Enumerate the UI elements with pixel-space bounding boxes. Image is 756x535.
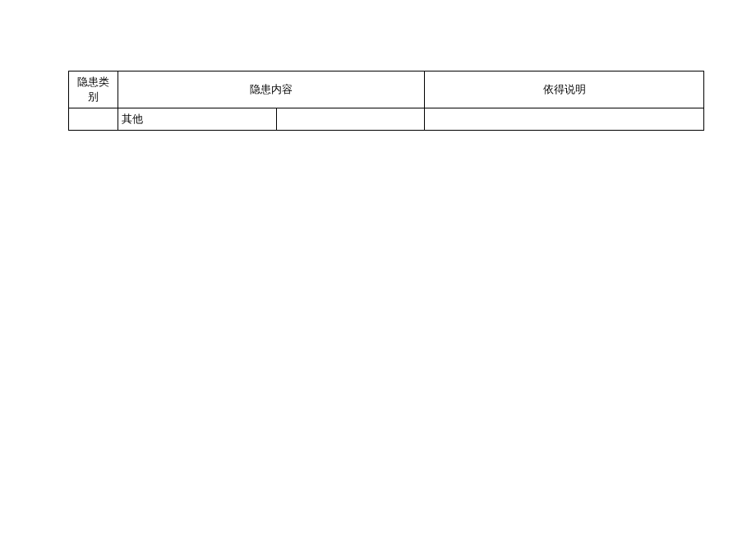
- header-content: 隐患内容: [118, 71, 425, 108]
- row-cell-sub: 其他: [118, 108, 277, 131]
- table-header-row: 隐患类别 隐患内容 依得说明: [69, 71, 704, 108]
- header-category: 隐患类别: [69, 71, 118, 108]
- row-cell-content: [277, 108, 425, 131]
- table-row: 其他: [69, 108, 704, 131]
- header-description: 依得说明: [425, 71, 704, 108]
- hazard-table: 隐患类别 隐患内容 依得说明 其他: [68, 71, 704, 131]
- row-cell-description: [425, 108, 704, 131]
- document-table: 隐患类别 隐患内容 依得说明 其他: [68, 71, 704, 131]
- row-cell-empty: [69, 108, 118, 131]
